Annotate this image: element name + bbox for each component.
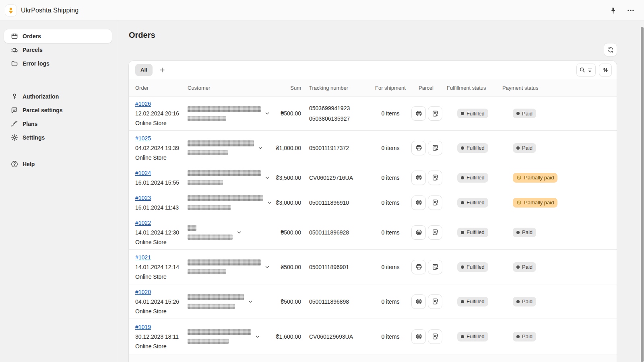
tracking-number: 0500111917372 [309, 145, 369, 151]
sidebar-item-orders[interactable]: Orders [4, 29, 112, 43]
order-link[interactable]: #1023 [135, 195, 151, 201]
order-date: 04.01.2024 15:26 [135, 297, 188, 306]
payment-status-label: Paid [522, 111, 533, 117]
order-link[interactable]: #1019 [135, 324, 151, 330]
order-link[interactable]: #1024 [135, 170, 151, 176]
search-and-filter-button[interactable] [576, 64, 596, 76]
customer-cell [188, 170, 265, 185]
pin-icon[interactable] [609, 6, 617, 15]
order-date: 12.02.2024 20:16 [135, 109, 188, 118]
print-button[interactable] [411, 225, 426, 240]
page-title: Orders [129, 31, 155, 40]
create-label-button[interactable] [428, 260, 442, 274]
app-title: UkrPoshta Shipping [21, 7, 78, 14]
search-icon [579, 66, 586, 73]
payment-status-badge: Paid [513, 109, 536, 118]
payment-cell: Paid [502, 262, 610, 272]
payment-status-badge: Paid [513, 228, 536, 237]
for-shipment-count: 0 items [369, 110, 411, 117]
payment-cell: Paid [502, 228, 610, 237]
order-link[interactable]: #1026 [135, 101, 151, 107]
fulfillment-status-badge: Fulfilled [457, 262, 488, 272]
tab-all[interactable]: All [135, 64, 153, 76]
chevron-down-icon[interactable] [247, 298, 254, 305]
parcel-cell [411, 225, 447, 240]
customer-name-blur [188, 140, 254, 146]
customer-name-redacted [188, 225, 233, 240]
chevron-down-icon[interactable] [254, 333, 261, 340]
create-label-button[interactable] [428, 141, 442, 155]
print-button[interactable] [411, 141, 426, 155]
sidebar-item-settings[interactable]: Settings [4, 131, 112, 144]
scrollbar-thumb[interactable] [641, 27, 644, 362]
for-shipment-count: 0 items [369, 333, 411, 340]
customer-name-blur [188, 294, 244, 300]
parcel-cell [411, 329, 447, 344]
create-label-button[interactable] [428, 225, 442, 240]
sidebar-item-authorization[interactable]: Authorization [4, 90, 112, 103]
payment-status-badge: Paid [513, 143, 536, 153]
tracking-number: 0500111896910 [309, 200, 369, 206]
customer-cell [188, 106, 265, 121]
table-row: #102316.01.2024 11:43₴3,000.000500111896… [129, 190, 617, 215]
tracking-number: 0500111896901 [309, 264, 369, 270]
status-dot [461, 335, 464, 338]
top-bar: UkrPoshta Shipping [0, 0, 644, 21]
sidebar-item-parcel-settings[interactable]: Parcel settings [4, 103, 112, 117]
status-dot [461, 201, 464, 204]
add-view-button[interactable] [157, 64, 168, 76]
sidebar-item-help[interactable]: Help [4, 157, 112, 171]
print-button[interactable] [411, 171, 426, 185]
customer-phone-blur [188, 205, 231, 210]
customer-name-redacted [188, 170, 261, 185]
print-button[interactable] [411, 195, 426, 210]
chevron-down-icon[interactable] [257, 145, 264, 151]
col-header-sum: Sum [265, 85, 301, 91]
order-cell: #102504.02.2024 19:39Online Store [135, 134, 188, 162]
for-shipment-count: 0 items [369, 264, 411, 270]
col-header-payment: Payment status [502, 85, 610, 91]
customer-cell [188, 195, 265, 210]
sort-button[interactable] [599, 64, 612, 76]
sidebar-item-label: Authorization [23, 93, 59, 100]
fulfillment-cell: Fulfilled [447, 332, 502, 341]
print-button[interactable] [411, 260, 426, 274]
order-link[interactable]: #1025 [135, 135, 151, 142]
create-label-button[interactable] [428, 294, 442, 309]
plus-icon [159, 66, 166, 74]
refresh-button[interactable] [604, 43, 617, 56]
status-dot [461, 146, 464, 150]
order-sum: ₴1,600.00 [265, 333, 301, 340]
print-button[interactable] [411, 329, 426, 344]
order-link[interactable]: #1020 [135, 289, 151, 295]
create-label-button[interactable] [428, 171, 442, 185]
fulfillment-status-badge: Fulfilled [457, 109, 488, 118]
col-header-fulfillment: Fulfillment status [447, 85, 502, 91]
col-header-tracking: Tracking number [301, 85, 369, 91]
filter-icon [586, 66, 593, 73]
sidebar-item-plans[interactable]: Plans [4, 117, 112, 131]
fulfillment-status-label: Fulfilled [466, 264, 485, 270]
order-sum: ₴3,500.00 [265, 175, 301, 181]
ellipsis-icon[interactable] [626, 6, 635, 15]
sidebar-item-parcels[interactable]: Parcels [4, 43, 112, 57]
order-link[interactable]: #1022 [135, 220, 151, 226]
sidebar-group-settings: AuthorizationParcel settingsPlansSetting… [0, 90, 117, 144]
payment-status-label: Paid [522, 264, 533, 270]
order-channel: Online Store [135, 272, 188, 282]
key-icon [10, 93, 19, 101]
fulfillment-status-label: Fulfilled [466, 145, 485, 151]
chevron-down-icon[interactable] [236, 229, 242, 236]
create-label-button[interactable] [428, 329, 442, 344]
order-link[interactable]: #1021 [135, 254, 151, 261]
create-label-button[interactable] [428, 195, 442, 210]
order-date: 04.02.2024 19:39 [135, 143, 188, 153]
print-button[interactable] [411, 106, 426, 121]
sidebar-item-error-logs[interactable]: Error logs [4, 57, 112, 70]
create-label-button[interactable] [428, 106, 442, 121]
print-button[interactable] [411, 294, 426, 309]
tracking-cell: 0500111896910 [301, 200, 369, 206]
parcel-cell [411, 195, 447, 210]
customer-cell [188, 259, 265, 274]
sidebar-item-label: Orders [23, 33, 41, 39]
